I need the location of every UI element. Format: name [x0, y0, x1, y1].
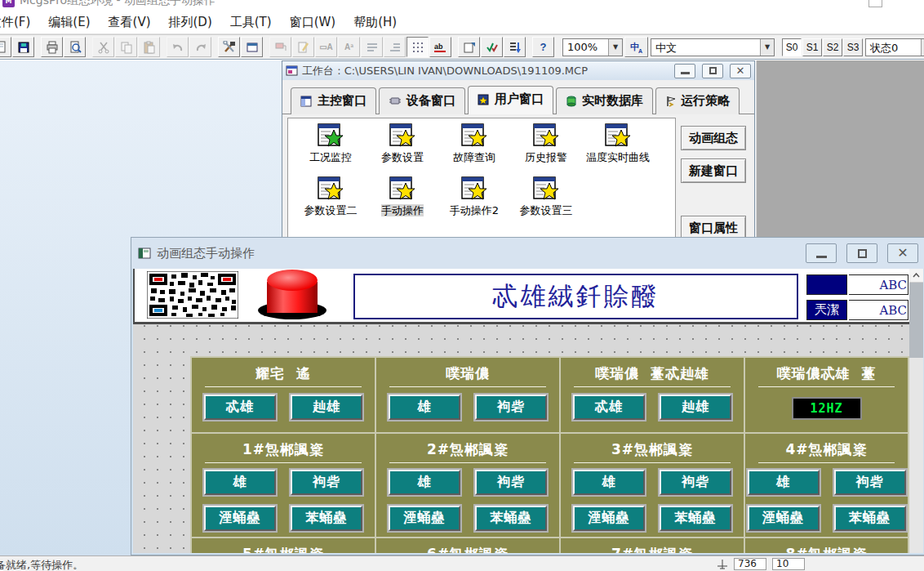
language-value: 中文 — [651, 39, 760, 56]
edit-text-icon[interactable] — [292, 37, 314, 57]
hmi-button[interactable]: 雄 — [204, 470, 276, 495]
hmi-button[interactable]: 湮蛹蠱 — [573, 506, 645, 531]
hmi-button[interactable]: 湮蛹蠱 — [748, 506, 820, 531]
menu-tools[interactable]: 工具(T) — [221, 15, 281, 30]
state-tab-s3[interactable]: S3 — [843, 38, 863, 56]
cut-icon[interactable] — [92, 37, 114, 57]
svg-text:ab: ab — [434, 42, 443, 51]
tab-label: 实时数据库 — [582, 93, 643, 109]
state-tab-s1[interactable]: S1 — [802, 38, 822, 56]
hmi-button[interactable]: 湮蛹蠱 — [389, 506, 460, 531]
window-item-label: 参数设置 — [381, 151, 424, 163]
red-push-button[interactable] — [258, 270, 327, 320]
window-item-cssz3[interactable]: 参数设置三 — [510, 176, 582, 216]
scrollbar-thumb[interactable] — [909, 283, 923, 358]
hmi-button[interactable]: 忒雄 — [573, 395, 645, 420]
minimize-icon[interactable] — [806, 243, 837, 263]
tab-device-window[interactable]: 设备窗口 — [379, 87, 465, 114]
tab-realtime-database[interactable]: 实时数据库 — [556, 87, 653, 114]
hmi-button[interactable]: 苯蛹蠱 — [834, 506, 906, 531]
animation-config-button[interactable]: 动画组态 — [681, 126, 746, 150]
maximize-icon[interactable] — [702, 64, 723, 78]
indent-lines-icon[interactable] — [384, 37, 406, 57]
maximize-icon[interactable] — [846, 243, 877, 263]
redo-button[interactable] — [189, 37, 211, 57]
print-button[interactable] — [41, 37, 63, 57]
hmi-button[interactable]: 雄 — [389, 470, 460, 495]
workbench-titlebar[interactable]: 工作台 : C:\USERS\LIN IVAN\DOWNLOADS\191109… — [282, 61, 754, 80]
grid-toggle-button[interactable] — [406, 37, 429, 57]
chevron-down-icon[interactable]: ▼ — [760, 39, 774, 56]
window-item-label: 工况监控 — [309, 151, 352, 163]
language-select[interactable]: 中文 ▼ — [651, 38, 775, 56]
undo-button[interactable] — [167, 37, 189, 57]
language-mode-icon[interactable]: 中A — [624, 37, 648, 57]
hmi-button[interactable]: 袧砦 — [834, 470, 906, 495]
save-button[interactable] — [12, 37, 34, 57]
state-tab-s2[interactable]: S2 — [823, 38, 842, 56]
toolbox-icon[interactable] — [218, 37, 240, 57]
copy-button[interactable] — [115, 37, 137, 57]
paste-button[interactable] — [138, 37, 160, 57]
hmi-button[interactable]: 苯蛹蠱 — [475, 506, 547, 531]
hmi-button[interactable]: 袧砦 — [475, 395, 547, 420]
align-lines-icon[interactable] — [361, 37, 383, 57]
menu-help[interactable]: 帮助(H) — [344, 15, 406, 30]
fill-color-icon[interactable] — [269, 37, 291, 57]
close-icon[interactable]: ✕ — [887, 243, 918, 263]
hmi-button[interactable]: 雄 — [389, 395, 460, 420]
window-item-gzcx[interactable]: 故障查询 — [438, 123, 510, 163]
tab-run-strategy[interactable]: 运行策略 — [655, 87, 740, 114]
hmi-button[interactable]: 袧砦 — [475, 470, 547, 495]
chevron-down-icon[interactable]: ▼ — [608, 39, 622, 56]
hmi-button[interactable]: 苯蛹蠱 — [291, 506, 362, 531]
minimize-icon[interactable] — [674, 64, 695, 78]
menu-arrange[interactable]: 排列(D) — [160, 15, 221, 30]
font-icon[interactable]: Aª — [338, 37, 360, 57]
maximize-icon[interactable] — [868, 0, 882, 7]
sort-list-icon[interactable] — [504, 37, 526, 57]
animation-canvas: 忒雄絨釺賒醱 ABC 兲潔 ABC 耀宅 遙 — [133, 269, 923, 553]
menu-view[interactable]: 查看(V) — [100, 15, 160, 30]
window-item-sdcz2[interactable]: 手动操作2 — [438, 176, 510, 216]
chevron-down-icon[interactable]: ▼ — [921, 39, 924, 56]
window-item-cssz2[interactable]: 参数设置二 — [295, 176, 366, 216]
hmi-button[interactable]: 袧砦 — [660, 470, 731, 495]
window-properties-icon[interactable] — [458, 37, 480, 57]
close-icon[interactable]: ✕ — [730, 64, 751, 78]
state-select[interactable]: 状态0 ▼ — [865, 38, 924, 56]
new-window-icon[interactable] — [241, 37, 263, 57]
help-button[interactable]: ? — [532, 37, 554, 57]
check-settings-icon[interactable] — [481, 37, 503, 57]
window-item-sdcz-selected[interactable]: 手动操作 — [366, 176, 438, 216]
tab-user-window[interactable]: 用户窗口 — [468, 86, 553, 114]
hmi-button[interactable]: 湮蛹蠱 — [204, 506, 276, 531]
menu-window[interactable]: 窗口(W) — [281, 15, 345, 30]
window-item-lsbj[interactable]: 历史报警 — [510, 123, 582, 163]
zoom-select[interactable]: 100% ▼ — [562, 38, 623, 56]
menu-file[interactable]: 文件(F) — [0, 15, 39, 30]
hmi-button[interactable]: 赸雄 — [660, 395, 731, 420]
vertical-scrollbar[interactable] — [909, 269, 923, 553]
text-box-icon[interactable]: ▭A — [315, 37, 337, 57]
window-item-label: 手动操作2 — [450, 204, 499, 216]
window-star-icon — [389, 123, 416, 149]
new-window-button[interactable]: 新建窗口 — [681, 158, 746, 183]
hmi-button[interactable]: 袧砦 — [291, 470, 362, 495]
hmi-button[interactable]: 忒雄 — [204, 395, 276, 420]
print-preview-button[interactable] — [64, 37, 86, 57]
window-item-cssz[interactable]: 参数设置 — [366, 123, 438, 163]
hmi-button[interactable]: 雄 — [748, 470, 820, 495]
window-item-wdsqx[interactable]: 温度实时曲线 — [582, 123, 654, 163]
tab-main-window[interactable]: 主控窗口 — [291, 87, 376, 114]
new-button[interactable] — [0, 37, 11, 57]
animation-titlebar[interactable]: 动画组态手动操作 ✕ — [131, 238, 924, 269]
window-item-gkjk[interactable]: 工况监控 — [295, 123, 366, 163]
state-tab-s0[interactable]: S0 — [782, 38, 802, 56]
menu-edit[interactable]: 编辑(E) — [39, 15, 99, 30]
scroll-up-icon[interactable] — [909, 269, 923, 283]
hmi-button[interactable]: 苯蛹蠱 — [660, 506, 731, 531]
hmi-button[interactable]: 雄 — [573, 470, 645, 495]
spell-check-icon[interactable]: ab — [429, 37, 451, 57]
hmi-button[interactable]: 赸雄 — [291, 395, 362, 420]
